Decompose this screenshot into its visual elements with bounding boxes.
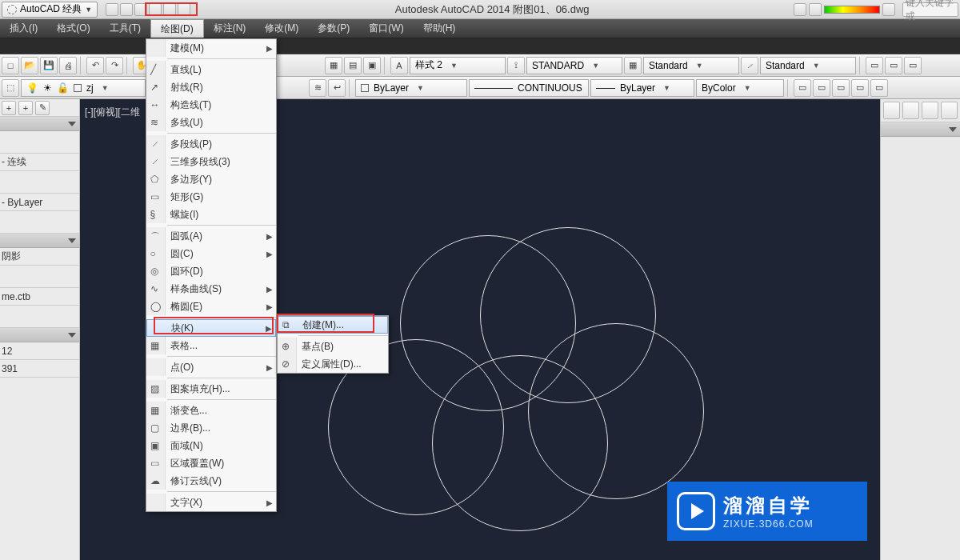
menu-boundary[interactable]: ▢边界(B)... bbox=[146, 419, 276, 437]
menu-pline[interactable]: ⟋多段线(P) bbox=[146, 135, 276, 153]
tool-markup-icon[interactable]: ▣ bbox=[363, 57, 381, 74]
menu-mline[interactable]: ≋多线(U) bbox=[146, 114, 276, 131]
layer-properties-icon[interactable]: ⬚ bbox=[2, 79, 19, 97]
menu-dimension[interactable]: 标注(N) bbox=[204, 19, 256, 38]
textstyle-icon[interactable]: A bbox=[390, 57, 408, 74]
menu-text[interactable]: 文字(X)▶ bbox=[146, 494, 276, 511]
qat-save-button[interactable] bbox=[134, 3, 147, 16]
tool-misc2-icon[interactable]: ▭ bbox=[885, 57, 902, 74]
linetype-dropdown[interactable]: ———— CONTINUOUS▼ bbox=[469, 79, 589, 97]
tool-undo-icon[interactable]: ↶ bbox=[86, 57, 104, 74]
qat-undo-button[interactable] bbox=[149, 3, 162, 16]
menu-help[interactable]: 帮助(H) bbox=[414, 19, 466, 38]
menu-spline[interactable]: ∿样条曲线(S)▶ bbox=[146, 280, 276, 298]
menu-window[interactable]: 窗口(W) bbox=[359, 19, 413, 38]
tool-r1-icon[interactable]: ▭ bbox=[794, 79, 811, 97]
tool-misc1-icon[interactable]: ▭ bbox=[866, 57, 883, 74]
palette-section-header[interactable] bbox=[0, 117, 79, 131]
tool-r3-icon[interactable]: ▭ bbox=[832, 79, 850, 97]
menu-circle[interactable]: ○圆(C)▶ bbox=[146, 245, 276, 262]
tool-misc3-icon[interactable]: ▭ bbox=[904, 57, 922, 74]
menu-donut[interactable]: ◎圆环(D) bbox=[146, 262, 276, 280]
pal-btn1[interactable]: + bbox=[2, 101, 16, 115]
menu-modeling[interactable]: 建模(M)▶ bbox=[146, 39, 276, 57]
pal-btn3[interactable]: ✎ bbox=[35, 101, 50, 115]
help-button[interactable] bbox=[882, 3, 895, 16]
tool-open-icon[interactable]: 📂 bbox=[21, 57, 38, 74]
menu-draw[interactable]: 绘图(D) bbox=[150, 19, 204, 38]
menu-table[interactable]: ▦表格... bbox=[146, 337, 276, 354]
dimstyle-icon[interactable]: ⟟ bbox=[507, 57, 525, 74]
mleaderstyle-icon[interactable]: ⟋ bbox=[741, 57, 758, 74]
menu-gradient[interactable]: ▦渐变色... bbox=[146, 402, 276, 419]
qat-open-button[interactable] bbox=[120, 3, 133, 16]
menu-wipeout[interactable]: ▭区域覆盖(W) bbox=[146, 454, 276, 472]
rtool-3[interactable] bbox=[922, 102, 938, 119]
rtool-1[interactable] bbox=[883, 102, 900, 119]
tool-save-icon[interactable]: 💾 bbox=[40, 57, 58, 74]
menu-insert[interactable]: 插入(I) bbox=[0, 19, 47, 38]
rtool-2[interactable] bbox=[902, 102, 919, 119]
layer-prev-icon[interactable]: ↩ bbox=[328, 79, 346, 97]
mleader-style-dropdown[interactable]: Standard▼ bbox=[760, 57, 856, 74]
menu-region[interactable]: ▣面域(N) bbox=[146, 437, 276, 454]
submenu-block-make[interactable]: ⧉创建(M)... bbox=[278, 316, 388, 334]
menu-format[interactable]: 格式(O) bbox=[47, 19, 99, 38]
submenu-block-attdef[interactable]: ⊘定义属性(D)... bbox=[278, 355, 388, 373]
menu-revcloud[interactable]: ☁修订云线(V) bbox=[146, 472, 276, 490]
table-style-dropdown[interactable]: Standard▼ bbox=[643, 57, 739, 74]
menu-tools[interactable]: 工具(T) bbox=[100, 19, 150, 38]
menu-arc[interactable]: ⌒圆弧(A)▶ bbox=[146, 227, 276, 245]
prop-v1[interactable]: 12 bbox=[0, 342, 79, 360]
prop-v2[interactable]: 391 bbox=[0, 360, 79, 378]
tool-r5-icon[interactable]: ▭ bbox=[870, 79, 888, 97]
tool-properties-icon[interactable]: ▦ bbox=[325, 57, 342, 74]
layer-match-icon[interactable]: ≋ bbox=[309, 79, 326, 97]
menu-xline[interactable]: ↔构造线(T) bbox=[146, 96, 276, 114]
pal-btn2[interactable]: + bbox=[18, 101, 33, 115]
submenu-block-base[interactable]: ⊕基点(B) bbox=[278, 338, 388, 355]
menu-hatch[interactable]: ▨图案填充(H)... bbox=[146, 380, 276, 398]
tablestyle-icon[interactable]: ▦ bbox=[624, 57, 642, 74]
palette-section-header[interactable] bbox=[0, 328, 79, 342]
qat-print-button[interactable] bbox=[178, 3, 190, 16]
tool-redo-icon[interactable]: ↷ bbox=[106, 57, 123, 74]
layer-dropdown[interactable]: 💡 ☀ 🔓 zj ▼ bbox=[21, 79, 146, 97]
menu-block[interactable]: 块(K)▶ bbox=[146, 319, 276, 337]
tool-r2-icon[interactable]: ▭ bbox=[813, 79, 830, 97]
text-style-dropdown[interactable]: 样式 2▼ bbox=[410, 57, 506, 74]
gradient-icon: ▦ bbox=[150, 405, 162, 416]
menu-line[interactable]: ╱直线(L) bbox=[146, 61, 276, 78]
prop-linetype[interactable]: - 连续 bbox=[0, 154, 79, 171]
right-section-header[interactable] bbox=[881, 122, 960, 137]
qat-new-button[interactable] bbox=[106, 3, 118, 16]
prop-lineweight[interactable]: - ByLayer bbox=[0, 194, 79, 211]
search-input[interactable]: 键入关键字或 bbox=[902, 2, 958, 17]
menu-pline3d[interactable]: ⟋三维多段线(3) bbox=[146, 153, 276, 170]
tool-print-icon[interactable]: 🖨 bbox=[59, 57, 77, 74]
menu-point[interactable]: 点(O)▶ bbox=[146, 358, 276, 376]
menu-polygon[interactable]: ⬠多边形(Y) bbox=[146, 170, 276, 188]
viewport-label[interactable]: [-][俯视][二维 bbox=[85, 106, 140, 119]
menu-ray[interactable]: ↗射线(R) bbox=[146, 78, 276, 96]
exchange-button[interactable] bbox=[809, 3, 822, 16]
tool-sheetset-icon[interactable]: ▤ bbox=[344, 57, 362, 74]
dim-style-dropdown[interactable]: STANDARD▼ bbox=[526, 57, 622, 74]
prop-ctb[interactable]: me.ctb bbox=[0, 288, 79, 306]
menu-rect[interactable]: ▭矩形(G) bbox=[146, 188, 276, 206]
signin-button[interactable] bbox=[794, 3, 806, 16]
menu-helix[interactable]: §螺旋(I) bbox=[146, 206, 276, 223]
tool-new-icon[interactable]: □ bbox=[2, 57, 19, 74]
menu-ellipse[interactable]: ◯椭圆(E)▶ bbox=[146, 298, 276, 315]
tool-r4-icon[interactable]: ▭ bbox=[851, 79, 869, 97]
menu-param[interactable]: 参数(P) bbox=[308, 19, 359, 38]
prop-shade[interactable]: 阴影 bbox=[0, 248, 79, 266]
rtool-4[interactable] bbox=[941, 102, 958, 119]
palette-section-header[interactable] bbox=[0, 234, 79, 248]
qat-redo-button[interactable] bbox=[163, 3, 176, 16]
lineweight-dropdown[interactable]: —— ByLayer▼ bbox=[590, 79, 694, 97]
plotstyle-dropdown[interactable]: ByColor▼ bbox=[696, 79, 784, 97]
workspace-selector[interactable]: AutoCAD 经典 ▼ bbox=[2, 2, 98, 18]
color-dropdown[interactable]: ByLayer▼ bbox=[355, 79, 467, 97]
menu-modify[interactable]: 修改(M) bbox=[255, 19, 308, 38]
